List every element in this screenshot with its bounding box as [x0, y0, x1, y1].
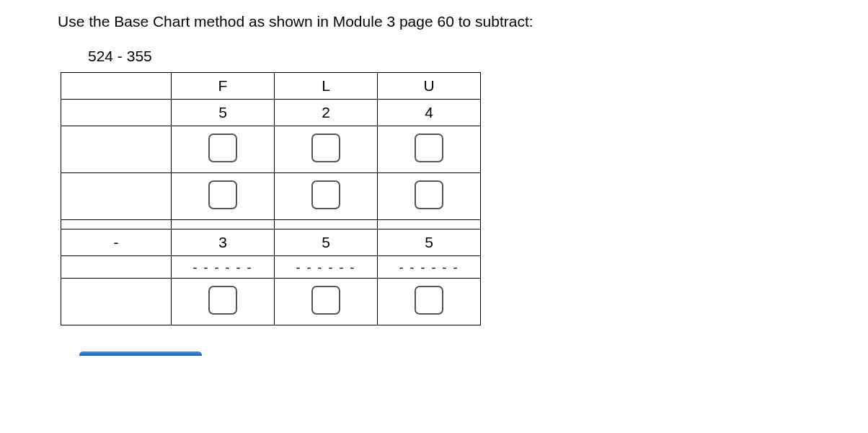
- header-L: L: [275, 73, 378, 100]
- blank-cell: [61, 279, 172, 325]
- blank-cell: [61, 100, 172, 126]
- input-box[interactable]: [415, 180, 443, 209]
- instruction-text: Use the Base Chart method as shown in Mo…: [58, 13, 868, 30]
- minuend-F: 5: [172, 100, 275, 126]
- header-F: F: [172, 73, 275, 100]
- minus-sign: -: [61, 229, 172, 256]
- blank-cell: [378, 220, 481, 229]
- answer-box[interactable]: [311, 286, 340, 315]
- blank-cell: [172, 220, 275, 229]
- header-U: U: [378, 73, 481, 100]
- input-box[interactable]: [208, 134, 237, 162]
- base-chart-table: F L U 5 2 4 - 3: [61, 72, 481, 325]
- dash-line: - - - - - -: [399, 261, 459, 275]
- blank-cell: [275, 220, 378, 229]
- minuend-L: 2: [275, 100, 378, 126]
- subtrahend-L: 5: [275, 229, 378, 256]
- answer-box[interactable]: [415, 286, 443, 315]
- blank-cell: [61, 173, 172, 220]
- subtrahend-F: 3: [172, 229, 275, 256]
- input-box[interactable]: [415, 134, 443, 162]
- partial-button[interactable]: [79, 351, 202, 356]
- answer-box[interactable]: [208, 286, 237, 315]
- input-box[interactable]: [311, 180, 340, 209]
- input-box[interactable]: [311, 134, 340, 162]
- dash-line: - - - - - -: [296, 261, 356, 275]
- input-box[interactable]: [208, 180, 237, 209]
- subtrahend-U: 5: [378, 229, 481, 256]
- blank-cell: [61, 73, 172, 100]
- blank-cell: [61, 126, 172, 173]
- minuend-U: 4: [378, 100, 481, 126]
- blank-cell: [61, 256, 172, 279]
- blank-cell: [61, 220, 172, 229]
- expression-text: 524 - 355: [88, 48, 868, 65]
- dash-line: - - - - - -: [193, 261, 253, 275]
